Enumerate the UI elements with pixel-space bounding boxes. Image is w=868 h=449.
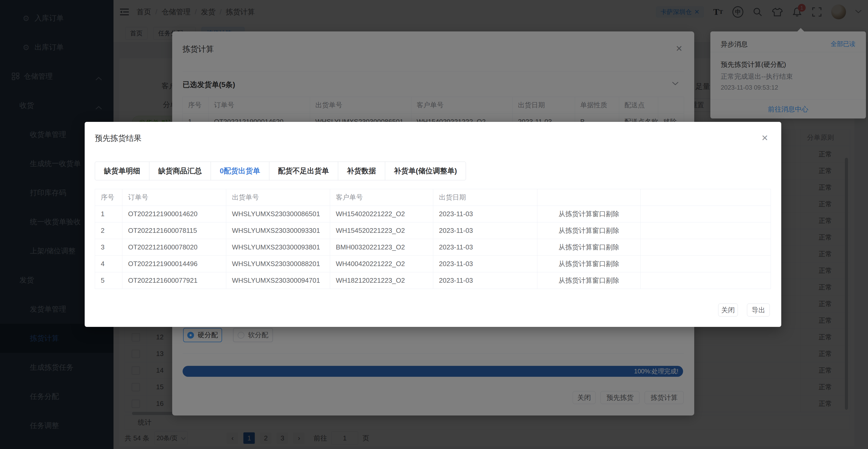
- remove-from-calc-link[interactable]: 从拣货计算窗口剔除: [537, 239, 641, 256]
- column-header: 出货日期: [433, 189, 537, 206]
- result-tab-缺货单明细[interactable]: 缺货单明细: [95, 162, 149, 180]
- table-row: 3OT2022121600078020WHSLYUMXS230300093801…: [95, 239, 771, 256]
- result-tab-补货数据[interactable]: 补货数据: [338, 162, 385, 180]
- table-row: 4OT2022121900014496WHSLYUMXS230300088201…: [95, 256, 771, 272]
- remove-from-calc-link[interactable]: 从拣货计算窗口剔除: [537, 256, 641, 272]
- result-tab-补货单(储位调整单)[interactable]: 补货单(储位调整单): [385, 162, 466, 180]
- remove-from-calc-link[interactable]: 从拣货计算窗口剔除: [537, 206, 641, 222]
- column-header: 客户单号: [330, 189, 433, 206]
- column-header: 出货单号: [226, 189, 330, 206]
- close-button[interactable]: 关闭: [718, 303, 738, 317]
- table-row: 2OT2022121600078115WHSLYUMXS230300093301…: [95, 222, 771, 239]
- pre-pick-result-dialog: 预先拣货结果 ✕ 缺货单明细缺货商品汇总0配货出货单配货不足出货单补货数据补货单…: [85, 122, 781, 327]
- remove-from-calc-link[interactable]: 从拣货计算窗口剔除: [537, 272, 641, 289]
- result-tab-0配货出货单[interactable]: 0配货出货单: [211, 162, 269, 180]
- column-header: 订单号: [122, 189, 226, 206]
- result-tabs: 缺货单明细缺货商品汇总0配货出货单配货不足出货单补货数据补货单(储位调整单): [95, 161, 466, 180]
- remove-from-calc-link[interactable]: 从拣货计算窗口剔除: [537, 222, 641, 239]
- dialog-title: 预先拣货结果: [95, 133, 142, 144]
- column-header: [537, 189, 641, 206]
- export-button[interactable]: 导出: [747, 303, 770, 317]
- result-tab-配货不足出货单[interactable]: 配货不足出货单: [269, 162, 338, 180]
- zero-allocation-orders-table: 序号订单号出货单号客户单号出货日期1OT2022121900014620WHSL…: [95, 189, 771, 289]
- table-row: 5OT2022121600077921WHSLYUMXS230300094701…: [95, 272, 771, 289]
- result-tab-缺货商品汇总[interactable]: 缺货商品汇总: [149, 162, 211, 180]
- column-header: [641, 189, 771, 206]
- column-header: 序号: [95, 189, 122, 206]
- close-icon[interactable]: ✕: [761, 134, 768, 142]
- table-row: 1OT2022121900014620WHSLYUMXS230300086501…: [95, 206, 771, 222]
